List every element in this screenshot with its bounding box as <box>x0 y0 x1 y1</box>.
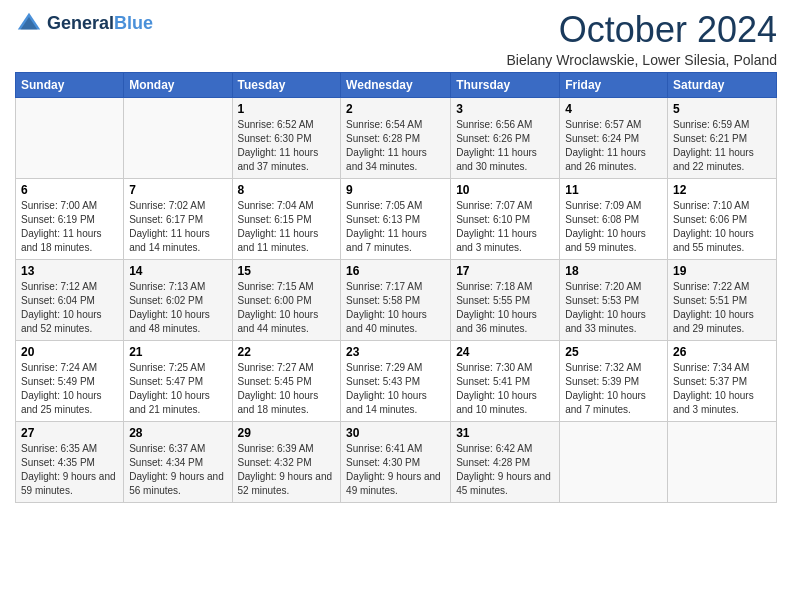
calendar-cell: 21Sunrise: 7:25 AMSunset: 5:47 PMDayligh… <box>124 340 232 421</box>
day-info: Sunrise: 7:22 AMSunset: 5:51 PMDaylight:… <box>673 280 771 336</box>
calendar-cell: 26Sunrise: 7:34 AMSunset: 5:37 PMDayligh… <box>668 340 777 421</box>
day-info: Sunrise: 6:56 AMSunset: 6:26 PMDaylight:… <box>456 118 554 174</box>
calendar-cell <box>668 421 777 502</box>
calendar-cell: 24Sunrise: 7:30 AMSunset: 5:41 PMDayligh… <box>451 340 560 421</box>
calendar-cell: 22Sunrise: 7:27 AMSunset: 5:45 PMDayligh… <box>232 340 341 421</box>
day-number: 11 <box>565 183 662 197</box>
day-number: 21 <box>129 345 226 359</box>
day-info: Sunrise: 6:39 AMSunset: 4:32 PMDaylight:… <box>238 442 336 498</box>
col-header-saturday: Saturday <box>668 72 777 97</box>
day-number: 5 <box>673 102 771 116</box>
col-header-tuesday: Tuesday <box>232 72 341 97</box>
day-number: 13 <box>21 264 118 278</box>
day-info: Sunrise: 7:04 AMSunset: 6:15 PMDaylight:… <box>238 199 336 255</box>
day-info: Sunrise: 7:13 AMSunset: 6:02 PMDaylight:… <box>129 280 226 336</box>
day-info: Sunrise: 7:10 AMSunset: 6:06 PMDaylight:… <box>673 199 771 255</box>
day-info: Sunrise: 6:41 AMSunset: 4:30 PMDaylight:… <box>346 442 445 498</box>
calendar-cell: 14Sunrise: 7:13 AMSunset: 6:02 PMDayligh… <box>124 259 232 340</box>
calendar-cell: 16Sunrise: 7:17 AMSunset: 5:58 PMDayligh… <box>341 259 451 340</box>
calendar-cell: 2Sunrise: 6:54 AMSunset: 6:28 PMDaylight… <box>341 97 451 178</box>
day-info: Sunrise: 6:52 AMSunset: 6:30 PMDaylight:… <box>238 118 336 174</box>
day-number: 14 <box>129 264 226 278</box>
day-number: 26 <box>673 345 771 359</box>
calendar-cell: 4Sunrise: 6:57 AMSunset: 6:24 PMDaylight… <box>560 97 668 178</box>
logo-icon <box>15 10 43 38</box>
day-info: Sunrise: 7:27 AMSunset: 5:45 PMDaylight:… <box>238 361 336 417</box>
day-number: 24 <box>456 345 554 359</box>
calendar-cell <box>560 421 668 502</box>
day-info: Sunrise: 7:09 AMSunset: 6:08 PMDaylight:… <box>565 199 662 255</box>
header: GeneralBlue October 2024 Bielany Wroclaw… <box>15 10 777 68</box>
day-info: Sunrise: 7:02 AMSunset: 6:17 PMDaylight:… <box>129 199 226 255</box>
calendar-cell: 8Sunrise: 7:04 AMSunset: 6:15 PMDaylight… <box>232 178 341 259</box>
calendar-cell: 12Sunrise: 7:10 AMSunset: 6:06 PMDayligh… <box>668 178 777 259</box>
col-header-friday: Friday <box>560 72 668 97</box>
day-info: Sunrise: 7:20 AMSunset: 5:53 PMDaylight:… <box>565 280 662 336</box>
calendar-cell: 27Sunrise: 6:35 AMSunset: 4:35 PMDayligh… <box>16 421 124 502</box>
day-number: 23 <box>346 345 445 359</box>
day-number: 2 <box>346 102 445 116</box>
day-info: Sunrise: 7:29 AMSunset: 5:43 PMDaylight:… <box>346 361 445 417</box>
day-info: Sunrise: 7:32 AMSunset: 5:39 PMDaylight:… <box>565 361 662 417</box>
day-info: Sunrise: 7:17 AMSunset: 5:58 PMDaylight:… <box>346 280 445 336</box>
day-number: 7 <box>129 183 226 197</box>
week-row-2: 6Sunrise: 7:00 AMSunset: 6:19 PMDaylight… <box>16 178 777 259</box>
day-info: Sunrise: 6:35 AMSunset: 4:35 PMDaylight:… <box>21 442 118 498</box>
day-info: Sunrise: 7:25 AMSunset: 5:47 PMDaylight:… <box>129 361 226 417</box>
calendar-cell: 18Sunrise: 7:20 AMSunset: 5:53 PMDayligh… <box>560 259 668 340</box>
col-header-wednesday: Wednesday <box>341 72 451 97</box>
page: GeneralBlue October 2024 Bielany Wroclaw… <box>0 0 792 513</box>
day-number: 16 <box>346 264 445 278</box>
calendar-cell: 13Sunrise: 7:12 AMSunset: 6:04 PMDayligh… <box>16 259 124 340</box>
day-number: 20 <box>21 345 118 359</box>
calendar-cell: 10Sunrise: 7:07 AMSunset: 6:10 PMDayligh… <box>451 178 560 259</box>
calendar-cell: 6Sunrise: 7:00 AMSunset: 6:19 PMDaylight… <box>16 178 124 259</box>
day-info: Sunrise: 6:42 AMSunset: 4:28 PMDaylight:… <box>456 442 554 498</box>
day-number: 17 <box>456 264 554 278</box>
calendar-cell: 17Sunrise: 7:18 AMSunset: 5:55 PMDayligh… <box>451 259 560 340</box>
calendar-cell: 30Sunrise: 6:41 AMSunset: 4:30 PMDayligh… <box>341 421 451 502</box>
week-row-5: 27Sunrise: 6:35 AMSunset: 4:35 PMDayligh… <box>16 421 777 502</box>
day-info: Sunrise: 6:54 AMSunset: 6:28 PMDaylight:… <box>346 118 445 174</box>
day-number: 3 <box>456 102 554 116</box>
day-info: Sunrise: 7:24 AMSunset: 5:49 PMDaylight:… <box>21 361 118 417</box>
day-info: Sunrise: 7:05 AMSunset: 6:13 PMDaylight:… <box>346 199 445 255</box>
day-info: Sunrise: 7:07 AMSunset: 6:10 PMDaylight:… <box>456 199 554 255</box>
calendar-cell: 5Sunrise: 6:59 AMSunset: 6:21 PMDaylight… <box>668 97 777 178</box>
day-info: Sunrise: 7:15 AMSunset: 6:00 PMDaylight:… <box>238 280 336 336</box>
logo-text: GeneralBlue <box>47 14 153 34</box>
day-info: Sunrise: 7:00 AMSunset: 6:19 PMDaylight:… <box>21 199 118 255</box>
day-number: 22 <box>238 345 336 359</box>
calendar-cell: 20Sunrise: 7:24 AMSunset: 5:49 PMDayligh… <box>16 340 124 421</box>
calendar-cell: 1Sunrise: 6:52 AMSunset: 6:30 PMDaylight… <box>232 97 341 178</box>
day-number: 1 <box>238 102 336 116</box>
day-info: Sunrise: 6:37 AMSunset: 4:34 PMDaylight:… <box>129 442 226 498</box>
calendar-cell: 19Sunrise: 7:22 AMSunset: 5:51 PMDayligh… <box>668 259 777 340</box>
day-number: 4 <box>565 102 662 116</box>
day-number: 15 <box>238 264 336 278</box>
day-info: Sunrise: 7:12 AMSunset: 6:04 PMDaylight:… <box>21 280 118 336</box>
calendar-cell <box>124 97 232 178</box>
calendar-cell: 29Sunrise: 6:39 AMSunset: 4:32 PMDayligh… <box>232 421 341 502</box>
day-info: Sunrise: 7:34 AMSunset: 5:37 PMDaylight:… <box>673 361 771 417</box>
day-number: 8 <box>238 183 336 197</box>
day-info: Sunrise: 6:59 AMSunset: 6:21 PMDaylight:… <box>673 118 771 174</box>
day-number: 18 <box>565 264 662 278</box>
day-number: 28 <box>129 426 226 440</box>
calendar-cell: 9Sunrise: 7:05 AMSunset: 6:13 PMDaylight… <box>341 178 451 259</box>
week-row-1: 1Sunrise: 6:52 AMSunset: 6:30 PMDaylight… <box>16 97 777 178</box>
day-number: 30 <box>346 426 445 440</box>
calendar-table: SundayMondayTuesdayWednesdayThursdayFrid… <box>15 72 777 503</box>
day-number: 10 <box>456 183 554 197</box>
week-row-3: 13Sunrise: 7:12 AMSunset: 6:04 PMDayligh… <box>16 259 777 340</box>
day-number: 27 <box>21 426 118 440</box>
week-row-4: 20Sunrise: 7:24 AMSunset: 5:49 PMDayligh… <box>16 340 777 421</box>
col-header-thursday: Thursday <box>451 72 560 97</box>
col-header-monday: Monday <box>124 72 232 97</box>
calendar-cell: 28Sunrise: 6:37 AMSunset: 4:34 PMDayligh… <box>124 421 232 502</box>
day-info: Sunrise: 7:18 AMSunset: 5:55 PMDaylight:… <box>456 280 554 336</box>
title-block: October 2024 Bielany Wroclawskie, Lower … <box>506 10 777 68</box>
col-header-sunday: Sunday <box>16 72 124 97</box>
calendar-cell: 11Sunrise: 7:09 AMSunset: 6:08 PMDayligh… <box>560 178 668 259</box>
header-row: SundayMondayTuesdayWednesdayThursdayFrid… <box>16 72 777 97</box>
